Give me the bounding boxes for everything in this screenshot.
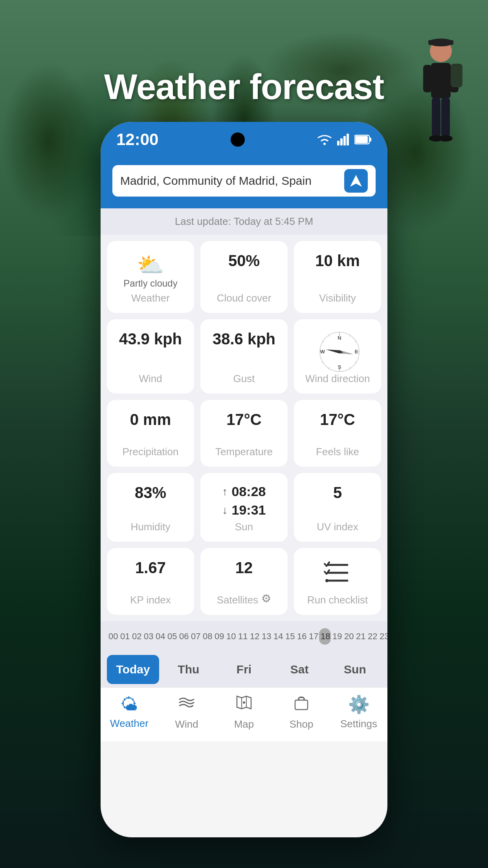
hour-06[interactable]: 06	[178, 628, 189, 645]
hour-00[interactable]: 00	[107, 628, 119, 645]
wind-value: 43.9 kph	[119, 330, 182, 348]
hour-05[interactable]: 05	[166, 628, 178, 645]
feels-like-card[interactable]: 17°C Feels like	[294, 400, 381, 467]
hour-15[interactable]: 15	[284, 628, 295, 645]
hour-22[interactable]: 22	[366, 628, 378, 645]
search-bar[interactable]: Madrid, Community of Madrid, Spain	[112, 165, 376, 197]
hour-11[interactable]: 11	[237, 628, 248, 645]
app-header: Madrid, Community of Madrid, Spain	[101, 157, 387, 208]
hour-08[interactable]: 08	[201, 628, 213, 645]
hour-14[interactable]: 14	[272, 628, 284, 645]
svg-text:N: N	[338, 335, 341, 341]
feels-like-label: Feels like	[316, 446, 359, 458]
hour-17[interactable]: 17	[307, 628, 319, 645]
cloud-cover-card[interactable]: 50% Cloud cover	[200, 241, 288, 313]
wind-card[interactable]: 43.9 kph Wind	[107, 319, 194, 394]
cards-grid: ⛅ Partly cloudy Weather 50% Cloud cover …	[101, 235, 387, 621]
svg-rect-18	[355, 136, 368, 143]
wifi-icon	[317, 134, 332, 145]
sun-label: Sun	[235, 521, 253, 533]
nav-shop-icon	[293, 694, 310, 715]
satellites-gear-icon[interactable]: ⚙	[261, 592, 271, 605]
hour-02[interactable]: 02	[130, 628, 142, 645]
svg-rect-13	[340, 138, 343, 145]
location-button[interactable]	[344, 169, 368, 193]
precipitation-card[interactable]: 0 mm Precipitation	[107, 400, 194, 467]
nav-weather-label: Weather	[110, 717, 149, 730]
tab-today[interactable]: Today	[107, 655, 159, 684]
hour-12[interactable]: 12	[248, 628, 260, 645]
hour-03[interactable]: 03	[142, 628, 154, 645]
svg-point-42	[325, 579, 328, 582]
nav-wind[interactable]: Wind	[167, 694, 206, 730]
run-checklist-card[interactable]: Run checklist	[294, 548, 381, 615]
hour-20[interactable]: 20	[343, 628, 354, 645]
nav-settings[interactable]: ⚙️ Settings	[339, 694, 378, 730]
hour-23[interactable]: 23	[378, 628, 387, 645]
wind-direction-card[interactable]: N S E W Wind direction	[294, 319, 381, 394]
tab-thu[interactable]: Thu	[162, 655, 215, 684]
compass-svg: N S E W	[318, 330, 361, 373]
update-text: Last update: Today at 5:45 PM	[175, 215, 313, 227]
kp-index-card[interactable]: 1.67 KP index	[107, 548, 194, 615]
nav-weather[interactable]: 🌤 Weather	[110, 695, 149, 730]
checklist-icon-container	[324, 559, 351, 587]
hour-19[interactable]: 19	[331, 628, 343, 645]
svg-text:S: S	[338, 364, 341, 370]
cloud-cover-value: 50%	[228, 252, 260, 270]
satellites-label: Satellites	[217, 594, 259, 606]
hour-10[interactable]: 10	[225, 628, 237, 645]
temperature-card[interactable]: 17°C Temperature	[200, 400, 288, 467]
gust-label: Gust	[233, 373, 255, 385]
svg-point-9	[438, 135, 453, 142]
main-content: Last update: Today at 5:45 PM ⛅ Partly c…	[101, 208, 387, 741]
svg-rect-6	[432, 97, 440, 137]
sun-card[interactable]: ↑ 08:28 ↓ 19:31 Sun	[200, 473, 288, 542]
hour-16[interactable]: 16	[295, 628, 307, 645]
hour-09[interactable]: 09	[213, 628, 225, 645]
visibility-label: Visibility	[319, 292, 356, 304]
status-bar: 12:00	[101, 122, 387, 157]
weather-card-label: Weather	[131, 292, 170, 304]
humidity-card[interactable]: 83% Humidity	[107, 473, 194, 542]
svg-rect-3	[431, 63, 451, 98]
day-tabs: Today Thu Fri Sat Sun	[101, 652, 387, 687]
nav-shop[interactable]: Shop	[282, 694, 321, 730]
nav-wind-label: Wind	[175, 718, 198, 730]
hour-18[interactable]: 18	[319, 628, 331, 645]
hour-13[interactable]: 13	[260, 628, 272, 645]
svg-rect-4	[423, 65, 432, 92]
feels-like-value: 17°C	[320, 411, 355, 428]
uv-index-card[interactable]: 5 UV index	[294, 473, 381, 542]
weather-card[interactable]: ⛅ Partly cloudy Weather	[107, 241, 194, 313]
nav-map[interactable]: Map	[224, 694, 264, 730]
hour-04[interactable]: 04	[154, 628, 166, 645]
svg-point-46	[243, 701, 245, 704]
sunset-arrow-icon: ↓	[222, 504, 228, 517]
hero-title: Weather forecast	[0, 67, 488, 107]
hour-01[interactable]: 01	[119, 628, 130, 645]
status-icons	[317, 134, 372, 145]
gust-value: 38.6 kph	[213, 330, 275, 348]
update-bar: Last update: Today at 5:45 PM	[101, 208, 387, 235]
tab-fri[interactable]: Fri	[218, 655, 270, 684]
humidity-label: Humidity	[130, 521, 170, 533]
nav-shop-label: Shop	[290, 718, 314, 730]
hour-timeline: 00 01 02 03 04 05 06 07 08 09 10 11 12 1…	[101, 621, 387, 652]
visibility-card[interactable]: 10 km Visibility	[294, 241, 381, 313]
kp-index-value: 1.67	[135, 559, 166, 577]
temperature-label: Temperature	[215, 446, 273, 458]
svg-rect-2	[428, 40, 453, 45]
humidity-value: 83%	[135, 484, 166, 502]
tab-sat[interactable]: Sat	[273, 655, 326, 684]
hour-21[interactable]: 21	[354, 628, 366, 645]
status-time: 12:00	[116, 130, 158, 149]
location-text: Madrid, Community of Madrid, Spain	[120, 174, 344, 188]
temperature-value: 17°C	[226, 411, 261, 428]
uv-index-value: 5	[333, 484, 342, 502]
satellites-card[interactable]: 12 Satellites ⚙	[200, 548, 288, 615]
hour-07[interactable]: 07	[189, 628, 201, 645]
tab-sun[interactable]: Sun	[329, 655, 381, 684]
gust-card[interactable]: 38.6 kph Gust	[200, 319, 288, 394]
nav-map-icon	[235, 694, 253, 715]
